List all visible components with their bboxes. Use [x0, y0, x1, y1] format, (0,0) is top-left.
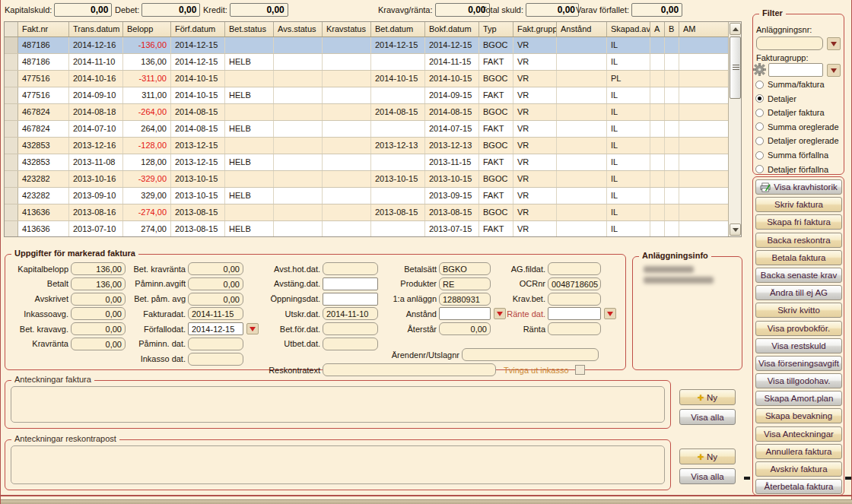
r-nte-dat-field[interactable]: [548, 307, 601, 320]
column-header-bokf-datum[interactable]: Bokf.datum: [425, 22, 479, 36]
betalt-field[interactable]: 136,00: [71, 277, 126, 290]
tvinga-ut-inkasso-checkbox[interactable]: [575, 365, 585, 375]
notes-ledger-new-button[interactable]: + Ny: [679, 449, 736, 464]
action-terbetala-faktura[interactable]: Återbetala faktura: [755, 479, 842, 494]
utskr-dat-field[interactable]: 2014-11-10: [323, 307, 378, 320]
action-visa-tillgodohav[interactable]: Visa tillgodohav.: [755, 373, 842, 388]
column-header-a[interactable]: A: [650, 22, 665, 36]
table-row[interactable]: 4775162014-10-16-311,002014-10-152014-10…: [5, 71, 741, 87]
action-visa-restskuld[interactable]: Visa restskuld: [755, 338, 842, 353]
column-header-fakt-grupp[interactable]: Fakt.grupp: [513, 22, 557, 36]
kravr-nta-field[interactable]: 0,00: [71, 338, 126, 350]
radio-icon[interactable]: [755, 151, 764, 160]
table-row[interactable]: 4678242014-07-10264,002014-08-15HELB2014…: [5, 121, 741, 138]
radio-icon[interactable]: [755, 94, 764, 103]
column-header-avs-status[interactable]: Avs.status: [274, 22, 323, 36]
splitter-handle[interactable]: [845, 477, 851, 480]
inkassoavg-field[interactable]: 0,00: [71, 307, 126, 320]
ppningsdat-field[interactable]: [323, 293, 378, 306]
radio-icon[interactable]: [755, 109, 764, 117]
avskrivet-field[interactable]: 0,00: [71, 293, 126, 306]
scroll-up-button[interactable]: [730, 23, 741, 35]
f-rfallodat-field[interactable]: 2014-12-15: [188, 322, 243, 335]
row-selector[interactable]: [5, 188, 18, 204]
table-scrollbar[interactable]: [728, 22, 741, 236]
fakturadat-field[interactable]: 2014-11-15: [188, 307, 243, 320]
row-selector[interactable]: [5, 221, 18, 236]
column-header-bet-status[interactable]: Bet.status: [225, 22, 274, 36]
reskontratext-field[interactable]: [323, 363, 496, 376]
filter-option-detaljer-faktura[interactable]: Detaljer faktura: [755, 108, 825, 117]
column-header-anst-nd[interactable]: Anstånd: [557, 22, 607, 36]
action-visa-kravhistorik[interactable]: Visa kravhistorik: [755, 179, 842, 195]
anlaggningsnr-dropdown-button[interactable]: [827, 37, 841, 50]
row-selector[interactable]: [5, 154, 18, 170]
column-header-fakt-nr[interactable]: Fakt.nr: [18, 22, 69, 36]
notes-invoice-show-all-button[interactable]: Visa alla: [679, 409, 736, 425]
ocrnr-field[interactable]: 0048718605: [548, 277, 601, 290]
anst-nd-field[interactable]: [439, 307, 491, 320]
action-skapa-bevakning[interactable]: Skapa bevakning: [755, 408, 842, 423]
notes-ledger-show-all-button[interactable]: Visa alla: [679, 468, 736, 484]
f-rfallodat-dropdown-button[interactable]: [246, 323, 259, 334]
column-header-trans-datum[interactable]: Trans.datum: [69, 22, 123, 36]
column-header-b[interactable]: B: [665, 22, 679, 36]
krav-bet-field[interactable]: [548, 293, 601, 306]
bet-f-r-dat-field[interactable]: [323, 322, 378, 335]
action-betala-faktura[interactable]: Betala faktura: [755, 250, 842, 265]
column-header-typ[interactable]: Typ: [479, 22, 513, 36]
arendenr-field[interactable]: [462, 348, 599, 361]
filter-option-summa-oreglerade[interactable]: Summa oreglerade: [755, 122, 839, 132]
action-visa-f-rseningsavgift[interactable]: Visa förseningsavgift: [755, 356, 842, 371]
table-row[interactable]: 4136362013-08-16-274,002013-08-152013-08…: [5, 204, 741, 221]
action-skriv-kvitto[interactable]: Skriv kvitto: [755, 303, 842, 318]
table-row[interactable]: 4328532013-12-16-128,002013-12-152013-12…: [5, 138, 741, 154]
1-a-anl-ggn-field[interactable]: 12880931: [439, 293, 491, 306]
row-selector[interactable]: [5, 37, 18, 53]
action-skapa-fri-faktura[interactable]: Skapa fri faktura: [755, 214, 842, 230]
column-header-f-rf-datum[interactable]: Förf.datum: [171, 22, 225, 36]
row-selector[interactable]: [5, 121, 18, 137]
filter-option-detaljer-oreglerade[interactable]: Detaljer oreglerade: [755, 136, 839, 145]
r-nta-field[interactable]: [548, 322, 601, 335]
avst-hot-dat-field[interactable]: [323, 262, 378, 275]
column-header-kravstatus[interactable]: Kravstatus: [323, 22, 371, 36]
action-backa-senaste-krav[interactable]: Backa senaste krav: [755, 268, 842, 283]
row-selector[interactable]: [5, 171, 18, 187]
fakturagrupp-input[interactable]: [768, 63, 823, 77]
scrollbar-thumb[interactable]: [730, 36, 741, 99]
notes-invoice-new-button[interactable]: + Ny: [679, 389, 736, 405]
produkter-field[interactable]: RE: [439, 277, 491, 290]
scroll-down-button[interactable]: [730, 223, 741, 236]
action-ndra-till-ej-ag[interactable]: Ändra till ej AG: [755, 285, 842, 300]
action-avskriv-faktura[interactable]: Avskriv faktura: [755, 461, 842, 477]
p-minn-dat-field[interactable]: [188, 338, 243, 350]
radio-icon[interactable]: [755, 165, 764, 173]
filter-option-summa-faktura[interactable]: Summa/faktura: [755, 80, 825, 89]
table-row[interactable]: 4775162014-09-10311,002014-10-15HELB2014…: [5, 87, 741, 104]
bet-kravavg-field[interactable]: 0,00: [71, 322, 126, 335]
avst-ng-dat-field[interactable]: [323, 277, 378, 290]
action-backa-reskontra[interactable]: Backa reskontra: [755, 233, 842, 248]
table-row[interactable]: 4232822013-10-16-329,002013-10-152013-10…: [5, 171, 741, 188]
radio-icon[interactable]: [755, 137, 764, 145]
notes-ledger-textarea[interactable]: [11, 445, 665, 484]
notes-invoice-textarea[interactable]: [11, 386, 665, 423]
ag-fildat-field[interactable]: [548, 262, 601, 275]
column-header-skapad-av[interactable]: Skapad.av: [607, 22, 650, 36]
fakturagrupp-dropdown-button[interactable]: [827, 64, 841, 77]
filter-option-summa-f-rfallna[interactable]: Summa förfallna: [755, 151, 828, 160]
row-selector[interactable]: [5, 71, 18, 87]
column-header-belopp[interactable]: Belopp: [123, 22, 171, 36]
radio-icon[interactable]: [755, 81, 764, 89]
anlaggningsnr-input[interactable]: [756, 36, 823, 50]
table-row[interactable]: 4871862014-11-10136,002014-12-15HELB2014…: [5, 54, 741, 71]
terst-r-field[interactable]: 0,00: [439, 322, 491, 335]
splitter-handle[interactable]: [744, 477, 750, 480]
filter-option-detaljer-f-rfallna[interactable]: Detaljer förfallna: [755, 165, 828, 174]
table-row[interactable]: 4328532013-11-08128,002013-12-15HELB2013…: [5, 154, 741, 171]
action-annullera-faktura[interactable]: Annullera faktura: [755, 444, 842, 459]
action-visa-provbokf-r[interactable]: Visa provbokför.: [755, 321, 842, 336]
action-skapa-amort-plan[interactable]: Skapa Amort.plan: [755, 391, 842, 406]
row-selector[interactable]: [5, 54, 18, 70]
